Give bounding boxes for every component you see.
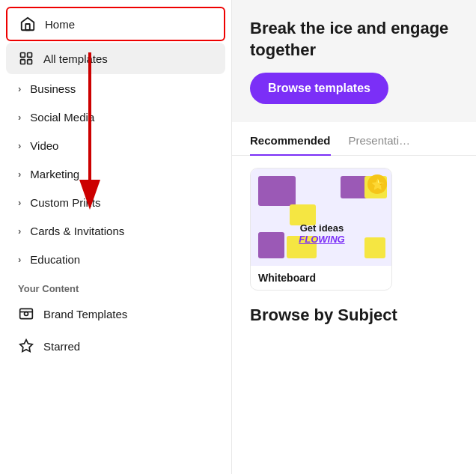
svg-marker-7	[20, 340, 33, 352]
template-card-whiteboard[interactable]: Get ideas FLOWING ⭐ Whiteboard	[250, 168, 392, 291]
sidebar-item-custom-prints[interactable]: › Custom Prints	[6, 189, 225, 216]
svg-rect-3	[21, 60, 25, 64]
chevron-icon-marketing: ›	[18, 168, 21, 180]
sidebar-item-brand-templates[interactable]: Brand Templates	[6, 298, 225, 329]
sidebar-item-marketing[interactable]: › Marketing	[6, 160, 225, 188]
sidebar-item-all-templates[interactable]: All templates	[6, 43, 225, 74]
chevron-icon-custom-prints: ›	[18, 197, 21, 208]
cards-section: Get ideas FLOWING ⭐ Whiteboard	[232, 156, 476, 303]
sidebar-item-label-education: Education	[30, 253, 80, 266]
sidebar-item-label-business: Business	[30, 82, 76, 95]
sidebar-item-cards-invitations[interactable]: › Cards & Invitations	[6, 217, 225, 245]
svg-rect-4	[28, 60, 32, 64]
svg-rect-2	[28, 53, 32, 58]
svg-rect-0	[25, 24, 30, 30]
grid-icon	[18, 50, 34, 67]
svg-rect-1	[21, 53, 25, 58]
card-label-whiteboard: Whiteboard	[251, 266, 391, 290]
hero-line2: together	[250, 40, 316, 59]
sidebar-item-label-marketing: Marketing	[30, 168, 79, 180]
sidebar-item-label-video: Video	[30, 139, 58, 152]
card-text-whiteboard: Get ideas FLOWING	[277, 222, 367, 245]
sidebar-item-label-custom-prints: Custom Prints	[30, 196, 100, 209]
browse-templates-button[interactable]: Browse templates	[250, 73, 388, 104]
chevron-icon-social-media: ›	[18, 112, 21, 123]
chevron-icon-education: ›	[18, 254, 21, 265]
sidebar-item-label-brand-templates: Brand Templates	[43, 308, 127, 320]
chevron-icon-business: ›	[18, 83, 21, 94]
home-icon	[19, 16, 36, 32]
tab-recommended[interactable]: Recommended	[250, 134, 331, 156]
hero-text: Break the ice and engage together	[250, 18, 458, 61]
main-content: Break the ice and engage together Browse…	[232, 0, 476, 474]
sidebar-item-education[interactable]: › Education	[6, 246, 225, 273]
sidebar-item-home[interactable]: Home	[6, 7, 225, 41]
hero-section: Break the ice and engage together Browse…	[232, 0, 476, 122]
sidebar-item-video[interactable]: › Video	[6, 132, 225, 159]
sidebar: Home All templates › Business › Social M…	[0, 0, 232, 474]
sidebar-item-starred[interactable]: Starred	[6, 330, 225, 362]
tab-presentations[interactable]: Presentati…	[349, 134, 411, 156]
svg-rect-5	[20, 309, 33, 318]
tabs-section: Recommended Presentati…	[232, 122, 476, 156]
star-icon	[18, 338, 34, 354]
your-content-label: Your Content	[0, 274, 231, 297]
browse-subject-title: Browse by Subject	[250, 306, 458, 325]
card-text-top: Get ideas	[277, 222, 367, 234]
browse-subject-section: Browse by Subject	[232, 303, 476, 337]
sidebar-item-label-home: Home	[45, 18, 75, 31]
sidebar-item-business[interactable]: › Business	[6, 75, 225, 103]
sidebar-item-label-all-templates: All templates	[43, 52, 108, 65]
chevron-icon-video: ›	[18, 140, 21, 151]
chevron-icon-cards: ›	[18, 225, 21, 237]
sidebar-item-label-social-media: Social Media	[30, 111, 94, 124]
card-thumbnail-whiteboard: Get ideas FLOWING ⭐	[251, 168, 392, 266]
hero-line1: Break the ice and engage	[250, 19, 448, 37]
sidebar-item-social-media[interactable]: › Social Media	[6, 103, 225, 131]
sidebar-item-label-starred: Starred	[43, 340, 80, 353]
card-text-bottom: FLOWING	[277, 234, 367, 245]
brand-icon	[18, 306, 34, 322]
star-badge: ⭐	[367, 174, 387, 194]
sidebar-item-label-cards: Cards & Invitations	[30, 225, 124, 237]
